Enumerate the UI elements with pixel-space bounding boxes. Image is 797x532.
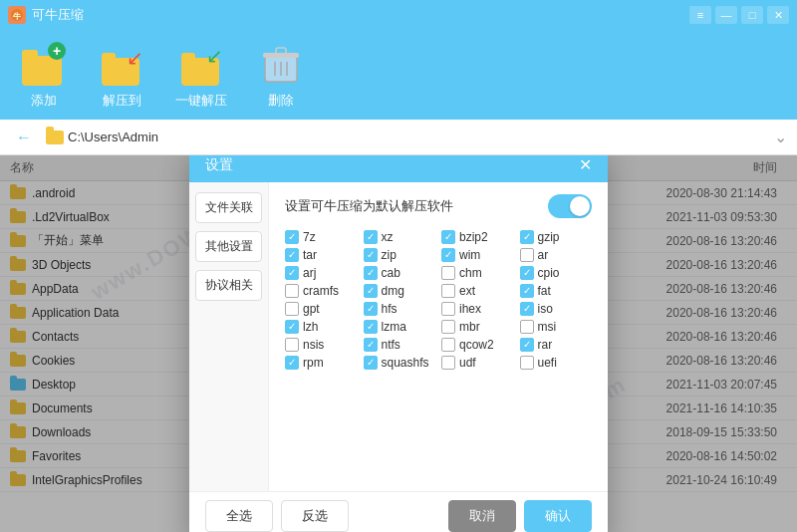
checkbox-chm[interactable] [441, 266, 455, 280]
format-checkbox-item[interactable]: fat [520, 284, 593, 298]
checkbox-rpm[interactable] [285, 356, 299, 370]
format-checkbox-item[interactable]: chm [441, 266, 514, 280]
format-checkbox-item[interactable]: xz [364, 230, 436, 244]
format-checkbox-item[interactable]: gpt [285, 302, 358, 316]
checkbox-gzip[interactable] [520, 230, 534, 244]
sidebar-other-settings[interactable]: 其他设置 [195, 231, 262, 262]
menu-button[interactable]: ≡ [689, 6, 711, 24]
checkbox-qcow2[interactable] [441, 338, 455, 352]
toggle-knob [570, 196, 590, 216]
format-checkbox-item[interactable]: tar [285, 248, 358, 262]
confirm-button[interactable]: 确认 [524, 500, 592, 532]
checkbox-cramfs[interactable] [285, 284, 299, 298]
checkbox-nsis[interactable] [285, 338, 299, 352]
format-checkbox-item[interactable]: bzip2 [441, 230, 514, 244]
toolbar-add[interactable]: + 添加 [20, 40, 68, 110]
checkbox-mbr[interactable] [441, 320, 455, 334]
nav-bar: ← C:\Users\Admin ⌄ [0, 120, 797, 155]
format-checkbox-item[interactable]: cpio [520, 266, 593, 280]
checkbox-iso[interactable] [520, 302, 534, 316]
checkbox-uefi[interactable] [520, 356, 534, 370]
format-checkbox-item[interactable]: ar [520, 248, 593, 262]
checkbox-gpt[interactable] [285, 302, 299, 316]
format-checkbox-item[interactable]: 7z [285, 230, 358, 244]
sidebar-protocol[interactable]: 协议相关 [195, 270, 262, 301]
checkbox-ntfs[interactable] [364, 338, 378, 352]
default-software-toggle[interactable] [548, 194, 592, 218]
minimize-button[interactable]: — [715, 6, 737, 24]
dialog-body: 文件关联 其他设置 协议相关 设置可牛压缩为默认解压软件 7z [189, 182, 608, 491]
toolbar-delete[interactable]: 删除 [257, 40, 305, 110]
format-checkbox-item[interactable]: wim [441, 248, 514, 262]
default-software-label: 设置可牛压缩为默认解压软件 [285, 197, 538, 215]
checkbox-ar[interactable] [520, 248, 534, 262]
format-checkbox-item[interactable]: cab [364, 266, 436, 280]
select-all-button[interactable]: 全选 [205, 500, 273, 532]
checkbox-udf[interactable] [441, 356, 455, 370]
checkbox-fat[interactable] [520, 284, 534, 298]
checkbox-cab[interactable] [364, 266, 378, 280]
format-checkbox-item[interactable]: nsis [285, 338, 358, 352]
toolbar-one-click[interactable]: ↙ 一键解压 [175, 40, 227, 110]
checkbox-7z[interactable] [285, 230, 299, 244]
format-checkbox-item[interactable]: hfs [364, 302, 436, 316]
checkbox-ext[interactable] [441, 284, 455, 298]
nav-back-button[interactable]: ← [10, 127, 38, 148]
format-checkbox-item[interactable]: ihex [441, 302, 514, 316]
checkbox-bzip2[interactable] [441, 230, 455, 244]
checkbox-ihex[interactable] [441, 302, 455, 316]
format-checkbox-item[interactable]: msi [520, 320, 593, 334]
checkbox-wim[interactable] [441, 248, 455, 262]
checkbox-lzma[interactable] [364, 320, 378, 334]
checkbox-label-ntfs: ntfs [382, 338, 400, 352]
one-click-label: 一键解压 [175, 92, 227, 110]
format-checkbox-item[interactable]: udf [441, 356, 514, 370]
checkbox-label-arj: arj [303, 266, 316, 280]
toolbar-extract-to[interactable]: ↙ 解压到 [98, 40, 145, 110]
checkbox-tar[interactable] [285, 248, 299, 262]
checkbox-zip[interactable] [364, 248, 378, 262]
checkbox-label-cab: cab [382, 266, 400, 280]
format-checkbox-item[interactable]: uefi [520, 356, 593, 370]
settings-dialog: 设置 ✕ 文件关联 其他设置 协议相关 设置可牛压缩为默认解压软件 [189, 155, 608, 532]
checkbox-lzh[interactable] [285, 320, 299, 334]
checkbox-rar[interactable] [520, 338, 534, 352]
format-checkbox-item[interactable]: cramfs [285, 284, 358, 298]
checkbox-dmg[interactable] [364, 284, 378, 298]
checkbox-label-nsis: nsis [303, 338, 324, 352]
format-checkbox-grid: 7z xz bzip2 gzip tar zip wim ar arj ca [285, 230, 592, 370]
format-checkbox-item[interactable]: mbr [441, 320, 514, 334]
sidebar-file-assoc[interactable]: 文件关联 [195, 192, 262, 223]
invert-select-button[interactable]: 反选 [281, 500, 349, 532]
checkbox-arj[interactable] [285, 266, 299, 280]
checkbox-label-hfs: hfs [382, 302, 398, 316]
format-checkbox-item[interactable]: gzip [520, 230, 593, 244]
format-checkbox-item[interactable]: qcow2 [441, 338, 514, 352]
format-checkbox-item[interactable]: squashfs [364, 356, 436, 370]
checkbox-xz[interactable] [364, 230, 378, 244]
close-button[interactable]: ✕ [767, 6, 789, 24]
checkbox-cpio[interactable] [520, 266, 534, 280]
checkbox-label-fat: fat [538, 284, 551, 298]
format-checkbox-item[interactable]: ntfs [364, 338, 436, 352]
nav-dropdown-button[interactable]: ⌄ [774, 128, 787, 146]
checkbox-squashfs[interactable] [364, 356, 378, 370]
format-checkbox-item[interactable]: iso [520, 302, 593, 316]
checkbox-label-ext: ext [459, 284, 475, 298]
checkbox-label-zip: zip [382, 248, 397, 262]
format-checkbox-item[interactable]: lzh [285, 320, 358, 334]
format-checkbox-item[interactable]: zip [364, 248, 436, 262]
format-checkbox-item[interactable]: lzma [364, 320, 436, 334]
format-checkbox-item[interactable]: dmg [364, 284, 436, 298]
title-bar-left: 牛 可牛压缩 [8, 6, 84, 24]
format-checkbox-item[interactable]: arj [285, 266, 358, 280]
format-checkbox-item[interactable]: ext [441, 284, 514, 298]
format-checkbox-item[interactable]: rpm [285, 356, 358, 370]
cancel-button[interactable]: 取消 [448, 500, 516, 532]
checkbox-label-uefi: uefi [538, 356, 557, 370]
format-checkbox-item[interactable]: rar [520, 338, 593, 352]
dialog-close-button[interactable]: ✕ [579, 157, 592, 173]
checkbox-hfs[interactable] [364, 302, 378, 316]
checkbox-msi[interactable] [520, 320, 534, 334]
maximize-button[interactable]: □ [741, 6, 763, 24]
